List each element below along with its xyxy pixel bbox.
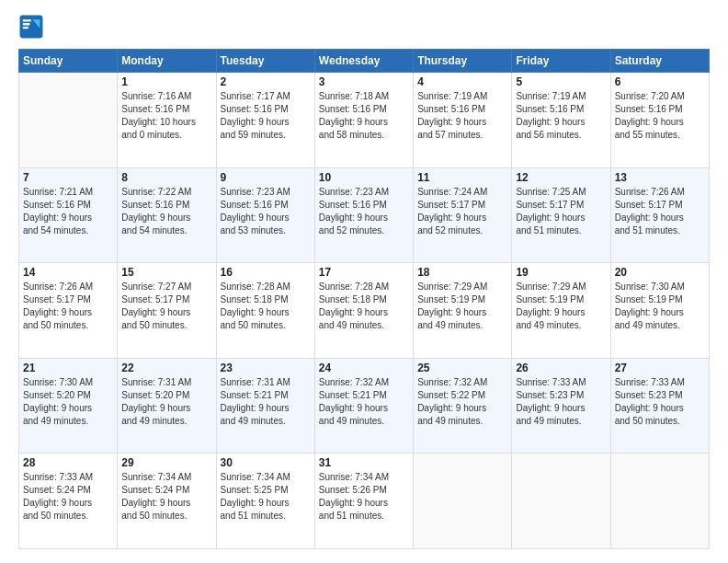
calendar-cell: 18Sunrise: 7:29 AMSunset: 5:19 PMDayligh… [414,263,512,359]
day-header-thursday: Thursday [414,50,512,73]
calendar-week-row: 28Sunrise: 7:33 AMSunset: 5:24 PMDayligh… [19,454,710,549]
calendar-cell: 13Sunrise: 7:26 AMSunset: 5:17 PMDayligh… [610,167,709,263]
day-number: 24 [319,362,409,374]
day-header-friday: Friday [512,50,610,73]
day-number: 25 [417,362,507,374]
calendar-cell: 1Sunrise: 7:16 AMSunset: 5:16 PMDaylight… [118,73,216,168]
day-number: 13 [615,171,705,184]
day-number: 23 [221,362,311,374]
calendar-cell: 6Sunrise: 7:20 AMSunset: 5:16 PMDaylight… [610,73,709,168]
cell-text: Sunrise: 7:28 AMSunset: 5:18 PMDaylight:… [221,281,311,332]
calendar-week-row: 7Sunrise: 7:21 AMSunset: 5:16 PMDaylight… [19,167,710,263]
cell-text: Sunrise: 7:29 AMSunset: 5:19 PMDaylight:… [417,281,507,332]
calendar-week-row: 21Sunrise: 7:30 AMSunset: 5:20 PMDayligh… [19,358,710,454]
calendar-table: SundayMondayTuesdayWednesdayThursdayFrid… [18,49,710,549]
header [18,14,710,40]
day-header-sunday: Sunday [19,50,118,73]
calendar-cell: 9Sunrise: 7:23 AMSunset: 5:16 PMDaylight… [216,167,314,263]
cell-text: Sunrise: 7:28 AMSunset: 5:18 PMDaylight:… [319,281,409,332]
cell-text: Sunrise: 7:33 AMSunset: 5:24 PMDaylight:… [23,471,113,523]
cell-text: Sunrise: 7:33 AMSunset: 5:23 PMDaylight:… [516,376,606,428]
calendar-cell-empty [414,454,512,549]
cell-text: Sunrise: 7:34 AMSunset: 5:24 PMDaylight:… [121,471,211,523]
cell-text: Sunrise: 7:32 AMSunset: 5:22 PMDaylight:… [417,376,507,428]
cell-text: Sunrise: 7:31 AMSunset: 5:20 PMDaylight:… [121,376,211,428]
day-number: 22 [121,362,211,374]
calendar-cell: 30Sunrise: 7:34 AMSunset: 5:25 PMDayligh… [216,454,314,549]
day-number: 10 [319,171,409,184]
cell-text: Sunrise: 7:31 AMSunset: 5:21 PMDaylight:… [221,376,311,428]
calendar-cell: 22Sunrise: 7:31 AMSunset: 5:20 PMDayligh… [118,358,216,454]
calendar-cell: 31Sunrise: 7:34 AMSunset: 5:26 PMDayligh… [314,454,413,549]
svg-rect-2 [23,19,31,21]
day-number: 1 [121,75,211,88]
cell-text: Sunrise: 7:23 AMSunset: 5:16 PMDaylight:… [221,186,311,237]
calendar-cell: 3Sunrise: 7:18 AMSunset: 5:16 PMDaylight… [314,73,413,168]
calendar-header-row: SundayMondayTuesdayWednesdayThursdayFrid… [19,50,710,73]
day-number: 4 [417,75,507,88]
day-number: 2 [221,75,311,88]
day-number: 6 [615,75,705,88]
cell-text: Sunrise: 7:25 AMSunset: 5:17 PMDaylight:… [516,186,606,237]
calendar-cell: 21Sunrise: 7:30 AMSunset: 5:20 PMDayligh… [19,358,118,454]
calendar-cell: 20Sunrise: 7:30 AMSunset: 5:19 PMDayligh… [610,263,709,359]
calendar-cell-empty [512,454,610,549]
day-number: 9 [221,171,311,184]
calendar-cell: 28Sunrise: 7:33 AMSunset: 5:24 PMDayligh… [19,454,118,549]
day-number: 7 [23,171,113,184]
day-number: 12 [516,171,606,184]
day-number: 27 [615,362,705,374]
cell-text: Sunrise: 7:20 AMSunset: 5:16 PMDaylight:… [615,90,705,142]
cell-text: Sunrise: 7:34 AMSunset: 5:25 PMDaylight:… [221,471,311,523]
day-number: 28 [23,456,113,469]
calendar-cell: 25Sunrise: 7:32 AMSunset: 5:22 PMDayligh… [414,358,512,454]
cell-text: Sunrise: 7:30 AMSunset: 5:19 PMDaylight:… [615,281,705,332]
cell-text: Sunrise: 7:17 AMSunset: 5:16 PMDaylight:… [221,90,311,142]
cell-text: Sunrise: 7:27 AMSunset: 5:17 PMDaylight:… [121,281,211,332]
cell-text: Sunrise: 7:22 AMSunset: 5:16 PMDaylight:… [121,186,211,237]
day-number: 3 [319,75,409,88]
day-number: 15 [121,266,211,279]
cell-text: Sunrise: 7:33 AMSunset: 5:23 PMDaylight:… [615,376,705,428]
cell-text: Sunrise: 7:26 AMSunset: 5:17 PMDaylight:… [615,186,705,237]
day-number: 18 [417,266,507,279]
calendar-cell: 16Sunrise: 7:28 AMSunset: 5:18 PMDayligh… [216,263,314,359]
cell-text: Sunrise: 7:19 AMSunset: 5:16 PMDaylight:… [417,90,507,142]
calendar-cell: 23Sunrise: 7:31 AMSunset: 5:21 PMDayligh… [216,358,314,454]
day-number: 20 [615,266,705,279]
calendar-cell-empty [19,73,118,168]
day-number: 30 [221,456,311,469]
day-number: 11 [417,171,507,184]
day-number: 26 [516,362,606,374]
calendar-cell: 2Sunrise: 7:17 AMSunset: 5:16 PMDaylight… [216,73,314,168]
day-number: 8 [121,171,211,184]
calendar-cell: 10Sunrise: 7:23 AMSunset: 5:16 PMDayligh… [314,167,413,263]
day-number: 31 [319,456,409,469]
cell-text: Sunrise: 7:32 AMSunset: 5:21 PMDaylight:… [319,376,409,428]
day-number: 17 [319,266,409,279]
day-number: 29 [121,456,211,469]
day-number: 5 [516,75,606,88]
cell-text: Sunrise: 7:19 AMSunset: 5:16 PMDaylight:… [516,90,606,142]
logo [18,14,48,40]
cell-text: Sunrise: 7:30 AMSunset: 5:20 PMDaylight:… [23,376,113,428]
calendar-cell: 7Sunrise: 7:21 AMSunset: 5:16 PMDaylight… [19,167,118,263]
calendar-cell: 8Sunrise: 7:22 AMSunset: 5:16 PMDaylight… [118,167,216,263]
calendar-week-row: 14Sunrise: 7:26 AMSunset: 5:17 PMDayligh… [19,263,710,359]
cell-text: Sunrise: 7:24 AMSunset: 5:17 PMDaylight:… [417,186,507,237]
day-number: 19 [516,266,606,279]
cell-text: Sunrise: 7:29 AMSunset: 5:19 PMDaylight:… [516,281,606,332]
day-number: 21 [23,362,113,374]
calendar-cell: 26Sunrise: 7:33 AMSunset: 5:23 PMDayligh… [512,358,610,454]
calendar-cell: 12Sunrise: 7:25 AMSunset: 5:17 PMDayligh… [512,167,610,263]
cell-text: Sunrise: 7:26 AMSunset: 5:17 PMDaylight:… [23,281,113,332]
calendar-cell: 27Sunrise: 7:33 AMSunset: 5:23 PMDayligh… [610,358,709,454]
svg-rect-4 [23,27,28,29]
calendar-cell: 15Sunrise: 7:27 AMSunset: 5:17 PMDayligh… [118,263,216,359]
calendar-cell: 14Sunrise: 7:26 AMSunset: 5:17 PMDayligh… [19,263,118,359]
calendar-cell: 11Sunrise: 7:24 AMSunset: 5:17 PMDayligh… [414,167,512,263]
calendar-cell: 24Sunrise: 7:32 AMSunset: 5:21 PMDayligh… [314,358,413,454]
calendar-cell: 5Sunrise: 7:19 AMSunset: 5:16 PMDaylight… [512,73,610,168]
cell-text: Sunrise: 7:16 AMSunset: 5:16 PMDaylight:… [121,90,211,142]
day-number: 16 [221,266,311,279]
